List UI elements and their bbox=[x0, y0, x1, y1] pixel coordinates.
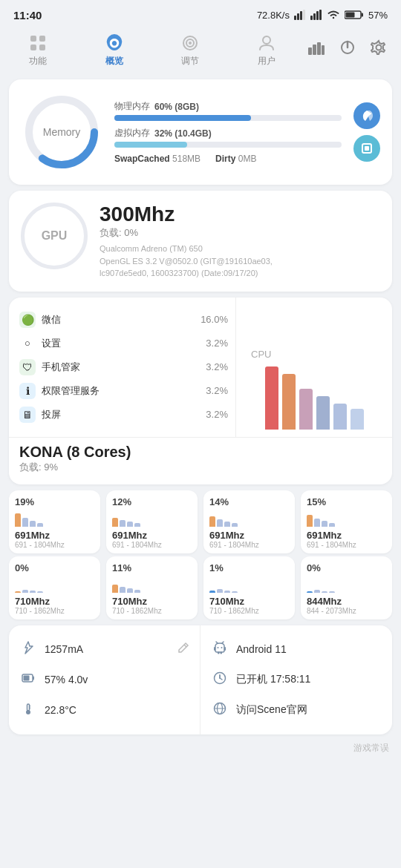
edit-btn[interactable] bbox=[177, 642, 189, 657]
core-cell-2: 14% 691Mhz 691 - 1804Mhz bbox=[203, 490, 295, 553]
svg-rect-45 bbox=[218, 651, 220, 654]
core-cell-4: 0% 710Mhz 710 - 1862Mhz bbox=[9, 556, 100, 619]
svg-rect-12 bbox=[39, 36, 45, 42]
core-range-4: 710 - 1862Mhz bbox=[15, 607, 94, 615]
svg-rect-35 bbox=[27, 704, 30, 711]
network-speed: 72.8K/s bbox=[257, 10, 290, 21]
core-range-6: 710 - 1862Mhz bbox=[209, 607, 289, 615]
uptime-row: 已开机 17:58:11 bbox=[211, 665, 382, 695]
core-range-2: 691 - 1804Mhz bbox=[209, 541, 289, 549]
core-pct-6: 1% bbox=[209, 562, 289, 573]
globe-icon bbox=[211, 701, 229, 720]
current-icon bbox=[19, 640, 37, 659]
nav-tab-func[interactable]: 功能 bbox=[0, 30, 76, 70]
core-minibars-3 bbox=[307, 510, 386, 527]
svg-rect-43 bbox=[214, 647, 215, 651]
battery-info-icon bbox=[19, 671, 37, 689]
nav-tab-user[interactable]: 用户 bbox=[229, 30, 305, 70]
app-pct-perm: 3.2% bbox=[206, 385, 228, 396]
svg-rect-29 bbox=[365, 146, 369, 151]
core-range-3: 691 - 1804Mhz bbox=[307, 541, 386, 549]
mem-buttons bbox=[353, 102, 380, 162]
core-minibars-4 bbox=[15, 576, 94, 593]
cpu-bar-3 bbox=[316, 396, 330, 430]
core-minibars-2 bbox=[209, 510, 289, 527]
core-freq-5: 710Mhz bbox=[112, 596, 192, 607]
tune-icon bbox=[180, 33, 200, 53]
core-pct-7: 0% bbox=[307, 562, 386, 573]
cpu-app-row: 🖥 投屏 3.2% bbox=[19, 403, 228, 427]
cpu-load: 负载: 9% bbox=[19, 461, 382, 474]
battery-icon bbox=[345, 10, 364, 20]
svg-rect-4 bbox=[310, 16, 313, 20]
power-action-btn[interactable] bbox=[336, 36, 359, 59]
app-icon-cast: 🖥 bbox=[19, 407, 36, 423]
cpu-app-row: 🛡 手机管家 3.2% bbox=[19, 355, 228, 379]
nav-actions bbox=[304, 30, 401, 59]
svg-point-17 bbox=[189, 42, 192, 45]
svg-point-39 bbox=[218, 647, 219, 648]
watermark: 游戏常误 bbox=[0, 740, 401, 759]
core-freq-1: 691Mhz bbox=[112, 530, 192, 541]
mem-secondary-btn[interactable] bbox=[353, 135, 380, 162]
nav-tabs: 功能 概览 调节 bbox=[0, 30, 304, 70]
chart-action-btn[interactable] bbox=[304, 36, 328, 59]
cpu-chart-area: CPU bbox=[236, 297, 392, 437]
svg-rect-19 bbox=[308, 47, 312, 55]
core-freq-6: 710Mhz bbox=[209, 596, 289, 607]
func-icon bbox=[27, 33, 48, 53]
cpu-info-bottom: KONA (8 Cores) 负载: 9% bbox=[9, 437, 392, 484]
app-icon-wechat: 🟢 bbox=[19, 312, 36, 328]
svg-rect-44 bbox=[224, 647, 226, 651]
svg-rect-46 bbox=[221, 651, 223, 654]
app-name-wechat: 微信 bbox=[42, 313, 61, 326]
bottom-left: 1257mA 57% 4.0v bbox=[9, 625, 200, 734]
app-pct-manager: 3.2% bbox=[206, 361, 228, 372]
cpu-bar-4 bbox=[333, 404, 347, 430]
cpu-bar-1 bbox=[282, 374, 296, 430]
user-label: 用户 bbox=[258, 55, 276, 68]
mem-clean-btn[interactable] bbox=[353, 102, 380, 129]
core-pct-0: 19% bbox=[15, 496, 94, 507]
core-range-0: 691 - 1804Mhz bbox=[15, 541, 94, 549]
core-cell-3: 15% 691Mhz 691 - 1804Mhz bbox=[301, 490, 392, 553]
cpu-bar-2 bbox=[299, 389, 313, 430]
gpu-circle: GPU bbox=[21, 203, 88, 269]
func-label: 功能 bbox=[29, 55, 47, 68]
cpu-app-row: ○ 设置 3.2% bbox=[19, 332, 228, 355]
nav-tab-overview[interactable]: 概览 bbox=[76, 30, 153, 70]
svg-rect-32 bbox=[33, 676, 34, 680]
clock-icon bbox=[211, 671, 229, 689]
current-row: 1257mA bbox=[19, 634, 189, 665]
cpu-bar-0 bbox=[265, 366, 278, 430]
signal-icon2 bbox=[310, 10, 322, 20]
memory-label: Memory bbox=[43, 126, 81, 138]
core-freq-3: 691Mhz bbox=[307, 530, 386, 541]
core-pct-2: 14% bbox=[209, 496, 289, 507]
bottom-right: Android 11 已开机 17:58:11 访问Scene官网 bbox=[200, 625, 392, 734]
memory-donut: Memory bbox=[21, 91, 102, 173]
svg-rect-20 bbox=[313, 45, 316, 55]
core-range-1: 691 - 1804Mhz bbox=[112, 541, 192, 549]
gpu-freq: 300Mhz bbox=[100, 203, 380, 226]
svg-rect-22 bbox=[322, 45, 325, 55]
temp-value: 22.8°C bbox=[45, 704, 76, 716]
svg-rect-21 bbox=[317, 42, 321, 55]
virt-label: 虚拟内存 bbox=[114, 127, 150, 139]
svg-line-41 bbox=[216, 642, 218, 643]
scene-value: 访问Scene官网 bbox=[236, 703, 307, 717]
scene-row[interactable]: 访问Scene官网 bbox=[211, 695, 382, 726]
dirty-info: Dirty 0MB bbox=[215, 154, 256, 164]
nav-tab-tune[interactable]: 调节 bbox=[152, 30, 229, 70]
gpu-detail: Qualcomm Adreno (TM) 650 OpenGL ES 3.2 V… bbox=[100, 243, 380, 280]
battery-value: 57% 4.0v bbox=[45, 674, 88, 685]
app-name-manager: 手机管家 bbox=[42, 361, 80, 374]
svg-rect-6 bbox=[316, 11, 319, 20]
status-bar: 11:40 72.8K/s 57% bbox=[0, 0, 401, 27]
svg-rect-5 bbox=[313, 13, 316, 20]
core-cell-6: 1% 710Mhz 710 - 1862Mhz bbox=[203, 556, 295, 619]
settings-action-btn[interactable] bbox=[367, 36, 391, 59]
phys-bar bbox=[114, 115, 251, 121]
cpu-bars bbox=[258, 363, 371, 430]
core-cell-7: 0% 844Mhz 844 - 2073Mhz bbox=[301, 556, 392, 619]
